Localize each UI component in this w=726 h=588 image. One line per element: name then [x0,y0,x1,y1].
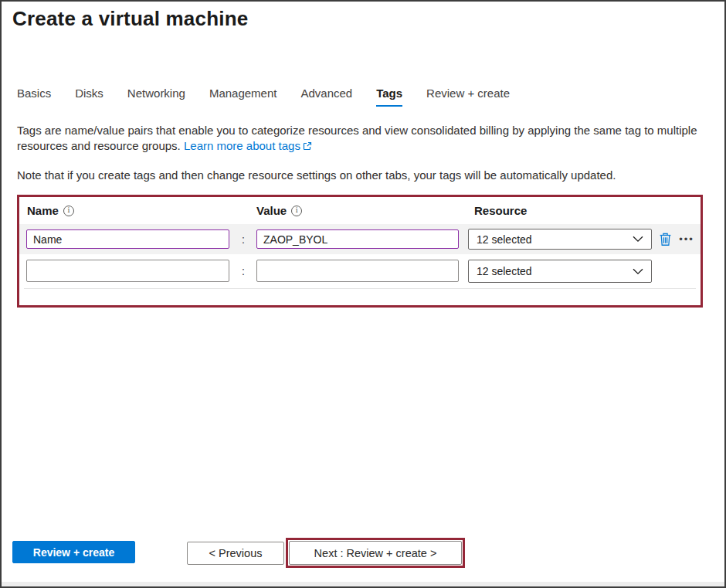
column-header-value-label: Value [256,204,287,217]
tag-value-input-1[interactable] [256,229,459,249]
name-info-icon[interactable]: i [63,206,74,216]
tab-tags[interactable]: Tags [376,87,402,107]
page-title: Create a virtual machine [12,7,248,31]
column-header-value: Value i [256,204,302,217]
tab-disks[interactable]: Disks [75,87,103,107]
column-header-resource: Resource [474,204,527,217]
tag-name-input-1[interactable] [26,229,229,249]
resource-dropdown-1[interactable]: 12 selected [468,229,652,250]
tag-row-2: : 12 selected [19,254,701,288]
tab-review-create[interactable]: Review + create [426,87,510,107]
previous-button[interactable]: < Previous [187,542,284,565]
review-create-button[interactable]: Review + create [12,541,135,563]
next-button[interactable]: Next : Review + create > [289,541,462,565]
tag-value-input-2[interactable] [256,260,459,282]
learn-more-link[interactable]: Learn more about tags [184,139,312,152]
value-info-icon[interactable]: i [291,206,302,216]
ellipsis-icon: ••• [679,233,694,245]
tags-table-annotation-box: Name i Value i Resource : 12 selected ••… [17,195,703,308]
tag-name-input-2[interactable] [26,260,229,282]
chevron-down-icon [633,236,643,243]
resource-dropdown-2-value: 12 selected [477,265,532,277]
column-header-resource-label: Resource [474,204,527,217]
trash-icon [659,232,672,246]
tab-basics[interactable]: Basics [17,87,51,107]
name-value-separator: : [236,254,250,288]
name-value-separator: : [236,224,250,254]
more-options-button[interactable]: ••• [675,230,698,248]
tab-management[interactable]: Management [209,87,277,107]
learn-more-link-label: Learn more about tags [184,139,300,152]
chevron-down-icon [633,268,643,275]
external-link-icon [303,141,312,151]
tags-note: Note that if you create tags and then ch… [17,168,715,182]
tab-networking[interactable]: Networking [127,87,185,107]
tab-advanced[interactable]: Advanced [300,87,352,107]
bottom-edge-strip [2,582,724,586]
resource-dropdown-1-value: 12 selected [477,233,532,246]
create-vm-page: Create a virtual machine Basics Disks Ne… [0,0,726,588]
delete-tag-button[interactable] [656,230,673,248]
table-divider [24,288,696,289]
resource-dropdown-2[interactable]: 12 selected [468,260,652,283]
next-button-annotation-box: Next : Review + create > [286,538,465,568]
tags-description: Tags are name/value pairs that enable yo… [17,123,700,153]
tags-description-text: Tags are name/value pairs that enable yo… [17,124,697,152]
tab-bar: Basics Disks Networking Management Advan… [17,87,510,107]
column-header-name-label: Name [27,204,59,217]
tag-row-1: : 12 selected ••• [19,224,701,254]
column-header-name: Name i [27,204,74,217]
